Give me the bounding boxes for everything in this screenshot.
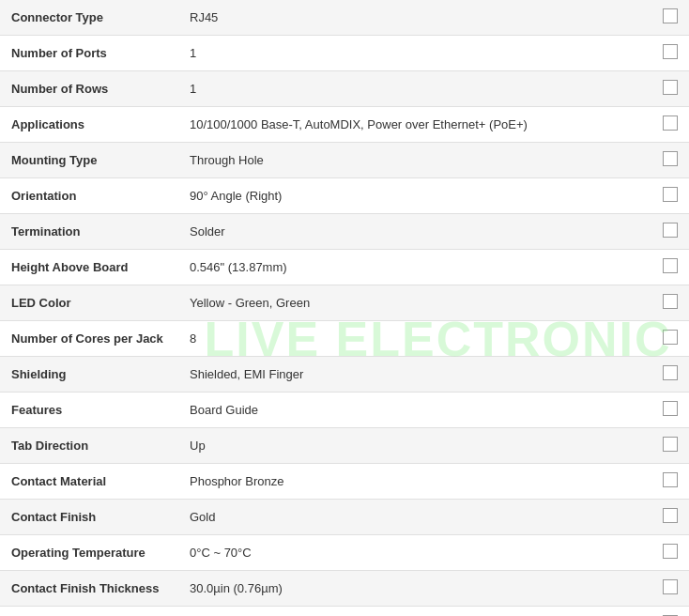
spec-label: Shield Material bbox=[0, 607, 178, 617]
row-checkbox[interactable] bbox=[663, 294, 678, 309]
spec-value: 0.546" (13.87mm) bbox=[178, 250, 651, 285]
row-checkbox[interactable] bbox=[663, 223, 678, 238]
row-checkbox[interactable] bbox=[663, 80, 678, 95]
checkbox-cell bbox=[651, 393, 689, 428]
spec-label: Mounting Type bbox=[0, 143, 178, 178]
spec-value: Up bbox=[178, 428, 651, 464]
row-checkbox[interactable] bbox=[663, 8, 678, 23]
specs-table-wrapper: LIVE ELECTRONIC Connector TypeRJ45Number… bbox=[0, 0, 689, 616]
checkbox-cell bbox=[651, 285, 689, 321]
table-row: Contact FinishGold bbox=[0, 500, 689, 535]
spec-label: Features bbox=[0, 393, 178, 428]
specifications-table: Connector TypeRJ45Number of Ports1Number… bbox=[0, 0, 689, 616]
checkbox-cell bbox=[651, 0, 689, 36]
spec-value: Brass bbox=[178, 607, 651, 617]
spec-value: 8 bbox=[178, 321, 651, 357]
checkbox-cell bbox=[651, 36, 689, 71]
checkbox-cell bbox=[651, 357, 689, 393]
row-checkbox[interactable] bbox=[663, 258, 678, 273]
table-row: FeaturesBoard Guide bbox=[0, 393, 689, 428]
spec-value: 1 bbox=[178, 36, 651, 71]
checkbox-cell bbox=[651, 535, 689, 571]
row-checkbox[interactable] bbox=[663, 508, 678, 523]
row-checkbox[interactable] bbox=[663, 116, 678, 131]
spec-label: Contact Finish bbox=[0, 500, 178, 535]
spec-label: Contact Material bbox=[0, 464, 178, 500]
checkbox-cell bbox=[651, 500, 689, 535]
spec-value: 1 bbox=[178, 71, 651, 107]
table-row: Contact Finish Thickness30.0µin (0.76µm) bbox=[0, 571, 689, 607]
row-checkbox[interactable] bbox=[663, 151, 678, 166]
spec-label: Termination bbox=[0, 214, 178, 250]
table-row: Mounting TypeThrough Hole bbox=[0, 143, 689, 178]
spec-value: Through Hole bbox=[178, 143, 651, 178]
spec-value: Shielded, EMI Finger bbox=[178, 357, 651, 393]
row-checkbox[interactable] bbox=[663, 401, 678, 416]
spec-label: Operating Temperature bbox=[0, 535, 178, 571]
row-checkbox[interactable] bbox=[663, 544, 678, 559]
table-row: Number of Rows1 bbox=[0, 71, 689, 107]
spec-label: LED Color bbox=[0, 285, 178, 321]
spec-value: 30.0µin (0.76µm) bbox=[178, 571, 651, 607]
spec-value: 0°C ~ 70°C bbox=[178, 535, 651, 571]
row-checkbox[interactable] bbox=[663, 44, 678, 59]
spec-value: Board Guide bbox=[178, 393, 651, 428]
spec-label: Tab Direction bbox=[0, 428, 178, 464]
checkbox-cell bbox=[651, 571, 689, 607]
checkbox-cell bbox=[651, 143, 689, 178]
table-row: ShieldingShielded, EMI Finger bbox=[0, 357, 689, 393]
spec-value: RJ45 bbox=[178, 0, 651, 36]
spec-label: Number of Cores per Jack bbox=[0, 321, 178, 357]
row-checkbox[interactable] bbox=[663, 437, 678, 452]
spec-value: 90° Angle (Right) bbox=[178, 178, 651, 214]
spec-value: 10/100/1000 Base-T, AutoMDIX, Power over… bbox=[178, 107, 651, 143]
table-row: TerminationSolder bbox=[0, 214, 689, 250]
row-checkbox[interactable] bbox=[663, 365, 678, 380]
checkbox-cell bbox=[651, 250, 689, 285]
table-row: Tab DirectionUp bbox=[0, 428, 689, 464]
row-checkbox[interactable] bbox=[663, 187, 678, 202]
spec-label: Contact Finish Thickness bbox=[0, 571, 178, 607]
spec-value: Yellow - Green, Green bbox=[178, 285, 651, 321]
table-row: Applications10/100/1000 Base-T, AutoMDIX… bbox=[0, 107, 689, 143]
checkbox-cell bbox=[651, 214, 689, 250]
checkbox-cell bbox=[651, 321, 689, 357]
checkbox-cell bbox=[651, 607, 689, 617]
spec-label: Shielding bbox=[0, 357, 178, 393]
row-checkbox[interactable] bbox=[663, 330, 678, 345]
spec-label: Number of Rows bbox=[0, 71, 178, 107]
table-row: Number of Cores per Jack8 bbox=[0, 321, 689, 357]
checkbox-cell bbox=[651, 107, 689, 143]
spec-label: Number of Ports bbox=[0, 36, 178, 71]
row-checkbox[interactable] bbox=[663, 579, 678, 594]
spec-label: Orientation bbox=[0, 178, 178, 214]
checkbox-cell bbox=[651, 178, 689, 214]
table-row: LED ColorYellow - Green, Green bbox=[0, 285, 689, 321]
table-row: Number of Ports1 bbox=[0, 36, 689, 71]
spec-value: Phosphor Bronze bbox=[178, 464, 651, 500]
row-checkbox[interactable] bbox=[663, 472, 678, 487]
table-row: Operating Temperature0°C ~ 70°C bbox=[0, 535, 689, 571]
checkbox-cell bbox=[651, 71, 689, 107]
spec-label: Connector Type bbox=[0, 0, 178, 36]
checkbox-cell bbox=[651, 428, 689, 464]
table-row: Height Above Board0.546" (13.87mm) bbox=[0, 250, 689, 285]
table-row: Shield MaterialBrass bbox=[0, 607, 689, 617]
spec-value: Solder bbox=[178, 214, 651, 250]
spec-value: Gold bbox=[178, 500, 651, 535]
table-row: Connector TypeRJ45 bbox=[0, 0, 689, 36]
checkbox-cell bbox=[651, 464, 689, 500]
table-row: Contact MaterialPhosphor Bronze bbox=[0, 464, 689, 500]
table-row: Orientation90° Angle (Right) bbox=[0, 178, 689, 214]
spec-label: Height Above Board bbox=[0, 250, 178, 285]
spec-label: Applications bbox=[0, 107, 178, 143]
